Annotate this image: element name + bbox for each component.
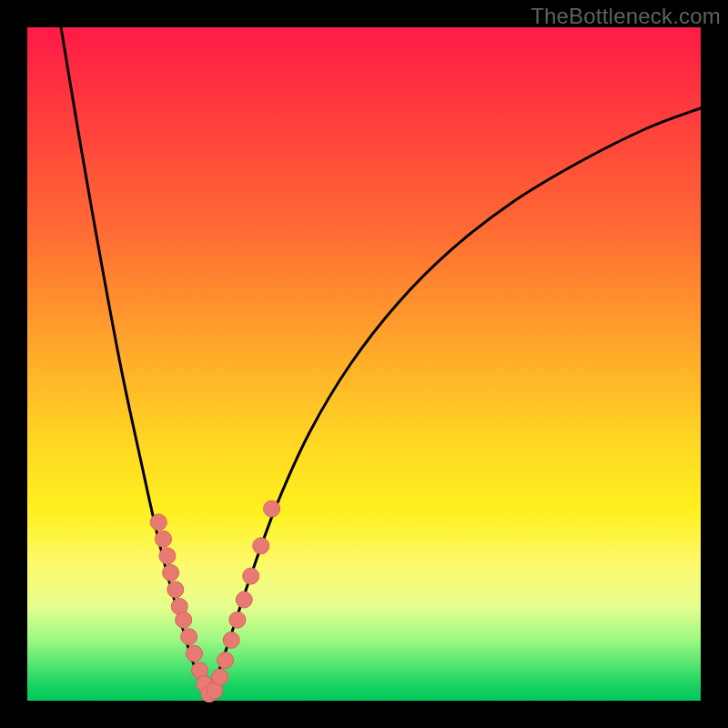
data-dot — [223, 632, 239, 648]
data-dot — [243, 568, 259, 584]
data-dot — [212, 669, 228, 685]
data-dot — [187, 645, 203, 662]
data-dot — [236, 592, 252, 608]
data-dot — [176, 612, 192, 628]
data-dot — [253, 538, 269, 554]
data-dot — [155, 531, 171, 547]
data-dot — [163, 564, 179, 581]
curve-layer — [61, 27, 701, 701]
data-dot — [159, 548, 176, 564]
left-curve — [61, 27, 209, 701]
data-dot — [229, 612, 246, 628]
chart-frame: TheBottleneck.com — [0, 0, 728, 728]
dot-layer — [150, 500, 279, 703]
right-curve — [209, 108, 701, 701]
chart-svg — [27, 27, 701, 701]
watermark-text: TheBottleneck.com — [531, 4, 721, 29]
data-dot — [167, 581, 184, 598]
data-dot — [264, 500, 280, 517]
data-dot — [181, 629, 197, 645]
plot-area — [27, 27, 701, 701]
data-dot — [150, 514, 167, 531]
data-dot — [217, 652, 234, 669]
